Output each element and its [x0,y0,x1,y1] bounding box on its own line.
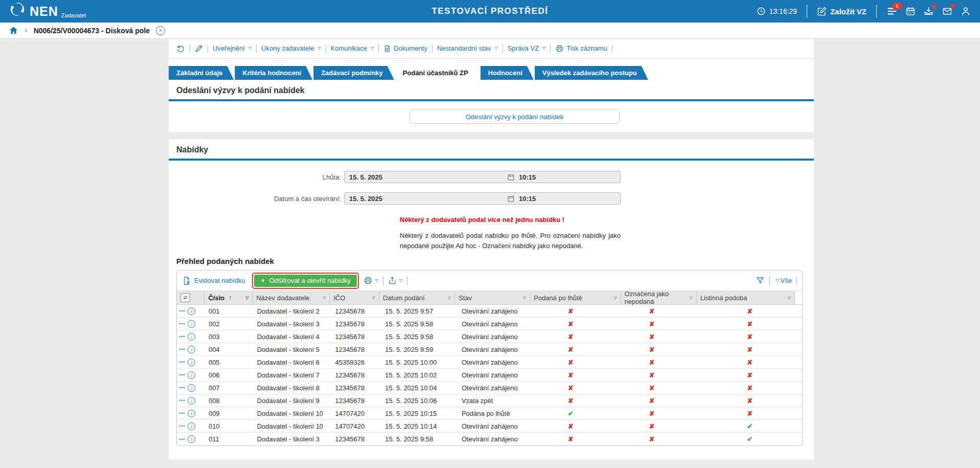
export-button[interactable]: ▽ [388,276,402,285]
info-icon[interactable]: i [188,371,195,379]
info-icon[interactable]: i [188,346,195,353]
cell-ico: 12345678 [331,346,381,353]
filter-icon[interactable]: ▽ [689,296,692,300]
lhuta-datetime-input[interactable]: 15. 5. 2025 10:15 [344,171,621,183]
row-menu-icon[interactable]: ••• [179,424,185,429]
calendar-small-icon[interactable] [507,195,515,203]
odeslani-vyzvy-button[interactable]: Odeslání výzvy k podání nabídek [409,109,620,124]
decrypt-open-bids-button[interactable]: Odšifrovat a otevřít nabídky [254,275,357,287]
table-row[interactable]: ••• i 010 Dodavatel - školení 10 1470742… [177,420,802,433]
menu-ukony-zadavatele[interactable]: Úkony zadavatele▽ [261,44,321,52]
printer-icon [555,44,564,53]
cell-podana-po-lhute: ✘ [534,359,626,366]
tab-vysledek[interactable]: Výsledek zadávacího postupu [535,66,648,80]
info-icon[interactable]: i [188,397,195,405]
info-icon[interactable]: i [188,320,195,328]
row-menu-icon[interactable]: ••• [179,372,185,377]
calendar-button[interactable] [905,6,916,16]
table-row[interactable]: ••• i 004 Dodavatel - školení 5 12345678… [177,343,802,356]
view-selector[interactable]: ▽ Vše [774,277,792,284]
refresh-button[interactable] [176,44,185,53]
filter-icon[interactable]: ▽ [448,296,451,300]
table-toolbar-right: ▽ Vše [756,276,797,285]
table-row[interactable]: ••• i 008 Dodavatel - školení 9 12345678… [177,394,802,407]
column-header-po-lhute[interactable]: Podaná po lhůtě▽ [530,291,621,304]
cell-stav: Otevírání zahájeno [458,371,534,379]
info-icon[interactable]: i [188,410,195,417]
print-record-button[interactable]: Tisk záznamu [555,44,607,53]
section-divider [169,159,814,161]
menu-komunikace[interactable]: Komunikace▽ [331,44,374,52]
menu-uverejneni[interactable]: Uveřejnění▽ [213,44,252,52]
table-row[interactable]: ••• i 005 Dodavatel - školení 6 45359326… [177,356,802,369]
column-header-datum[interactable]: Datum podání▽ [379,291,455,304]
cell-stav: Otevírání zahájeno [458,346,534,353]
tab-zakladni-udaje[interactable]: Základní údaje [169,66,234,80]
table-row[interactable]: ••• i 006 Dodavatel - školení 7 12345678… [177,369,802,382]
tab-hodnoceni[interactable]: Hodnocení [481,66,534,80]
table-row[interactable]: ••• i 001 Dodavatel - školení 2 12345678… [177,305,802,318]
info-icon[interactable]: i [188,359,195,366]
column-header-nazev[interactable]: Název dodavatele▽ [253,291,330,304]
info-icon[interactable]: i [188,435,195,443]
print-table-button[interactable]: ▽ [363,276,378,285]
filter-icon[interactable]: ▽ [523,296,526,300]
column-header-cislo[interactable]: Číslo↑▽ [204,291,253,304]
table-row[interactable]: ••• i 011 Dodavatel - školení 3 12345678… [177,433,802,445]
home-icon[interactable] [9,26,18,35]
field-lhuta: Lhůta: 15. 5. 2025 10:15 [169,171,814,183]
cell-cislo: 010 [205,422,254,430]
row-menu-icon[interactable]: ••• [179,385,185,390]
filter-icon[interactable]: ▽ [613,296,617,300]
row-menu-icon[interactable]: ••• [179,347,185,352]
info-icon[interactable]: i [188,384,195,392]
status-mark: ✘ [568,346,574,353]
cell-nazev-dodavatele: Dodavatel - školení 8 [254,384,332,392]
filter-icon[interactable]: ▽ [788,296,791,300]
close-record-icon[interactable]: × [156,26,165,35]
menu-button[interactable]: 1 [886,6,898,16]
column-header-listinna[interactable]: Listinná podoba▽ [697,291,795,304]
table-row[interactable]: ••• i 007 Dodavatel - školení 8 12345678… [177,382,802,394]
table-row[interactable]: ••• i 009 Dodavatel - školení 10 1470742… [177,407,802,420]
menu-nestandardni-stav[interactable]: Nestandardní stav▽ [437,44,498,52]
info-icon[interactable]: i [188,333,195,341]
document-gear-icon [182,276,191,285]
row-menu-icon[interactable]: ••• [179,411,185,416]
filter-icon[interactable]: ▽ [372,296,375,300]
row-menu-icon[interactable]: ••• [179,308,185,314]
evidovat-nabidku-button[interactable]: Evidovat nabídku [182,276,245,285]
column-header-nepodana[interactable]: Označena jako nepodaná▽ [621,291,697,304]
table-row[interactable]: ••• i 002 Dodavatel - školení 3 12345678… [177,318,802,330]
menu-dokumenty[interactable]: Dokumenty [383,44,427,53]
filter-funnel-icon[interactable] [756,276,765,285]
create-vz-button[interactable]: Založit VZ [817,7,867,16]
breadcrumb-record: N006/25/V00004673 - Disková pole [34,27,150,35]
calendar-small-icon[interactable] [507,173,515,181]
info-icon[interactable]: i [188,307,195,315]
calendar-icon [905,6,916,16]
table-row[interactable]: ••• i 003 Dodavatel - školení 4 12345678… [177,330,802,343]
row-menu-icon[interactable]: ••• [179,321,185,326]
row-menu-icon[interactable]: ••• [179,360,185,365]
filter-icon[interactable]: ▽ [323,296,326,300]
row-menu-icon[interactable]: ••• [179,398,185,403]
column-settings-header[interactable]: ⇄ [177,291,204,304]
tab-kriteria-hodnoceni[interactable]: Kritéria hodnocení [235,66,312,80]
otevirani-datetime-input[interactable]: 15. 5. 2025 10:15 [344,192,621,205]
cell-cislo: 008 [205,397,254,405]
column-header-stav[interactable]: Stav▽ [455,291,530,304]
menu-sprava-vz[interactable]: Správa VZ▽ [508,44,546,52]
inbox-button[interactable] [923,6,934,16]
row-menu-icon[interactable]: ••• [179,334,185,339]
edit-record-button[interactable] [195,44,203,53]
column-header-ico[interactable]: IČO▽ [330,291,379,304]
messages-button[interactable] [942,6,953,16]
tab-podani-ucastniku[interactable]: Podání účastníků ZP [395,66,480,80]
tab-zadavaci-podminky[interactable]: Zadávací podmínky [313,66,394,80]
profile-button[interactable] [961,6,971,16]
filter-icon[interactable]: ▽ [245,296,248,300]
row-menu-icon[interactable]: ••• [179,437,185,442]
cell-datum-podani: 15. 5. 2025 10:06 [381,397,458,405]
info-icon[interactable]: i [188,422,195,430]
